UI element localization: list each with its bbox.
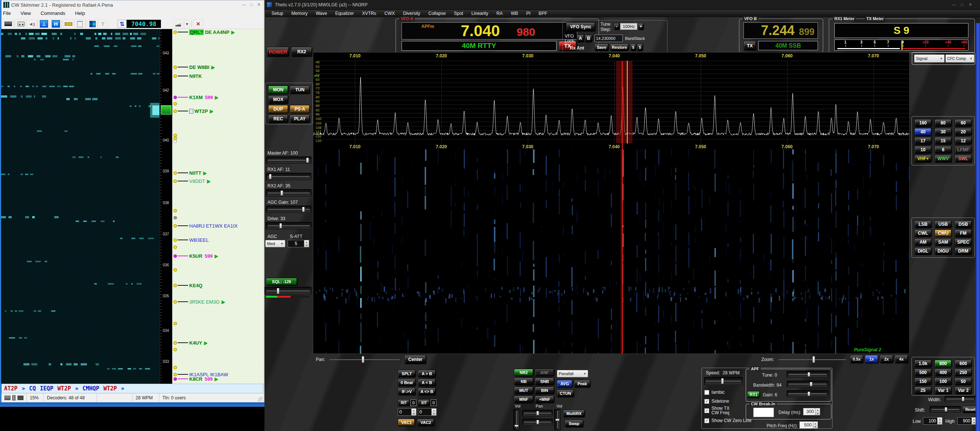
slider-thumb[interactable] — [302, 207, 305, 212]
filter-button-800[interactable]: 800 — [935, 360, 952, 367]
center-button[interactable]: Center — [404, 355, 426, 364]
mode-button-spec[interactable]: SPEC — [955, 239, 972, 246]
play-arrow-icon[interactable] — [204, 170, 207, 175]
filter-button-100[interactable]: 100 — [935, 378, 952, 385]
save-button[interactable]: Save — [595, 44, 609, 51]
slider-thumb[interactable] — [812, 356, 815, 363]
spinner-arrows[interactable] — [304, 240, 309, 247]
waterfall-canvas[interactable] — [313, 149, 909, 353]
menu-item-setup[interactable]: Setup — [268, 11, 286, 16]
log-icon[interactable] — [75, 19, 85, 28]
display-mode-select[interactable]: Panafall — [557, 370, 588, 377]
filter-button-var1[interactable]: Var 1 — [935, 386, 952, 394]
frequency-readout[interactable]: 7040.98 — [127, 20, 161, 28]
slider-thumb[interactable] — [536, 411, 539, 415]
band-button-60[interactable]: 60 — [955, 119, 972, 127]
maximize-button[interactable] — [248, 2, 255, 8]
swap-button[interactable]: Swap — [565, 420, 583, 427]
rit-offset-stepper[interactable]: 0 — [398, 408, 417, 416]
filter-button-400[interactable]: 400 — [935, 369, 952, 376]
callsign-spot[interactable]: WB3EEL — [173, 237, 263, 243]
frequency-updown-button[interactable] — [118, 20, 127, 28]
split-button-ifv[interactable]: IF->V — [398, 388, 416, 395]
receiver-status-icon[interactable] — [5, 396, 10, 400]
menu-item-pi[interactable]: PI — [523, 11, 534, 16]
minimize-button[interactable] — [951, 2, 957, 8]
mode-button-cwu[interactable]: CWU — [935, 229, 952, 237]
callsign-spot[interactable] — [173, 364, 263, 371]
callsign-spot[interactable] — [173, 266, 263, 273]
mode-button-sam[interactable]: SAM — [935, 239, 952, 246]
callsign-spot[interactable] — [173, 346, 263, 353]
menu-item-bpf[interactable]: BPF — [535, 11, 550, 16]
spinner-arrows[interactable] — [411, 409, 416, 415]
agc-mode-select[interactable]: Med — [265, 240, 285, 247]
multirx-button[interactable]: MultiRX — [563, 410, 585, 417]
filter-button-600[interactable]: 600 — [955, 360, 972, 367]
play-arrow-icon[interactable] — [215, 376, 218, 382]
filter-button-10k[interactable]: 1.0k — [915, 360, 932, 367]
vfo-b-display[interactable]: 7.244 899 — [743, 22, 818, 39]
chevron-down-icon[interactable] — [184, 19, 190, 28]
spinner-arrows[interactable] — [815, 408, 820, 415]
dsp-button-nb[interactable]: NB — [514, 378, 533, 385]
mode-button-usb[interactable]: USB — [935, 221, 952, 228]
filter-passband[interactable] — [616, 61, 633, 143]
callsign-spot[interactable] — [173, 138, 263, 145]
sidetone-checkbox[interactable]: Sidetone — [704, 399, 729, 404]
slider-thumb[interactable] — [536, 420, 539, 424]
menu-item-commands[interactable]: Commands — [41, 10, 65, 16]
frequency-entry-field[interactable]: 14.230000 — [595, 35, 623, 42]
panadapter-display[interactable]: 7.0107.0207.0307.0407.0507.0607.070 -48-… — [313, 52, 910, 354]
callsign-spot[interactable] — [173, 243, 263, 250]
iambic-checkbox[interactable]: Iambic — [704, 390, 724, 395]
slider-thumb[interactable] — [962, 397, 964, 401]
cw-speed-slider[interactable] — [704, 377, 743, 385]
callsign-spot[interactable]: V8DDT — [173, 178, 263, 184]
minimize-button[interactable] — [240, 2, 247, 8]
play-arrow-icon[interactable] — [210, 108, 213, 114]
band-button-6[interactable]: 6 — [935, 146, 952, 153]
morse-key-button[interactable] — [173, 19, 184, 28]
xit-offset-stepper[interactable]: 0 — [418, 408, 436, 416]
tuned-frequency-marker[interactable] — [161, 105, 172, 115]
callsign-spot[interactable] — [173, 207, 263, 214]
callsign-spot[interactable]: 3R5KE EM3G — [173, 298, 263, 305]
filter-shift-slider[interactable] — [930, 406, 961, 413]
power-button[interactable]: POWER — [267, 47, 289, 57]
vfo-sync-button[interactable]: VFO Sync — [566, 22, 595, 31]
band-button-10[interactable]: 10 — [915, 146, 932, 153]
resize-grip[interactable] — [258, 397, 263, 402]
slider-thumb[interactable] — [721, 378, 724, 384]
apf-bandwidth-slider[interactable] — [787, 381, 829, 387]
play-arrow-icon[interactable] — [211, 64, 215, 70]
slider-thumb[interactable] — [280, 190, 283, 196]
callsign-spot[interactable]: N9TK — [173, 73, 263, 80]
zoom-button-1x[interactable]: 1x — [865, 355, 878, 363]
callsign-spot[interactable]: QRL?DE AA4NP — [173, 29, 263, 35]
menu-item-xvtrs[interactable]: XVTRs — [359, 11, 380, 16]
dsp-button-anf[interactable]: ANF — [535, 369, 554, 376]
slider-thumb[interactable] — [279, 223, 282, 228]
slider-drive[interactable] — [266, 222, 312, 229]
band-button-40[interactable]: 40 — [915, 128, 932, 135]
band-button-15[interactable]: 15 — [935, 137, 952, 145]
menu-item-memory[interactable]: Memory — [288, 11, 311, 16]
ctun-button[interactable]: CTUN — [557, 390, 574, 397]
slider-agcgain[interactable] — [266, 206, 312, 213]
satt-stepper[interactable]: 5 — [288, 240, 309, 247]
vac1-button[interactable]: VAC1 — [398, 419, 415, 426]
cw-waterfall[interactable] — [1, 29, 159, 384]
play-arrow-icon[interactable] — [204, 340, 207, 345]
rx2-button[interactable]: RX2 — [291, 47, 312, 57]
mox-button[interactable]: MOX — [268, 95, 288, 103]
band-button-vhf+[interactable]: VHF+ — [915, 155, 932, 162]
avg-button[interactable]: AVG — [557, 380, 573, 387]
tune-step-up-button[interactable]: + — [638, 23, 644, 30]
menu-item-ra[interactable]: RA — [493, 11, 506, 16]
callsign-bandmap[interactable]: QRL?DE AA4NPDE W8BIN9TKK1XM599WT2PN0TTV8… — [172, 29, 264, 384]
restore-button[interactable]: Restore — [610, 44, 629, 51]
play-arrow-icon[interactable] — [222, 299, 225, 304]
play-arrow-icon[interactable] — [215, 95, 218, 100]
play-button[interactable]: PLAY — [290, 115, 310, 123]
